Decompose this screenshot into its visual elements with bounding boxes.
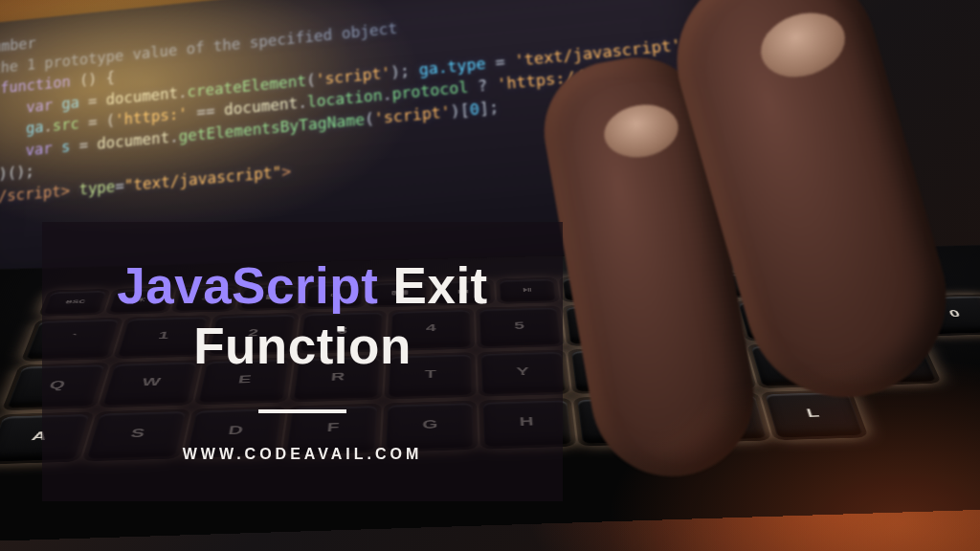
hero-image: umber the 1 prototype value of the speci… xyxy=(0,0,980,551)
title-rest-1: Exit xyxy=(378,257,487,314)
title-divider xyxy=(258,409,346,413)
title-line-2: Function xyxy=(193,318,412,374)
title-panel: JavaScript Exit Function WWW.CODEAVAIL.C… xyxy=(42,222,563,501)
site-url: WWW.CODEAVAIL.COM xyxy=(183,446,423,463)
title-highlight: JavaScript xyxy=(117,257,378,314)
key-l: L xyxy=(765,392,863,438)
hero-title: JavaScript Exit Function xyxy=(117,256,488,376)
